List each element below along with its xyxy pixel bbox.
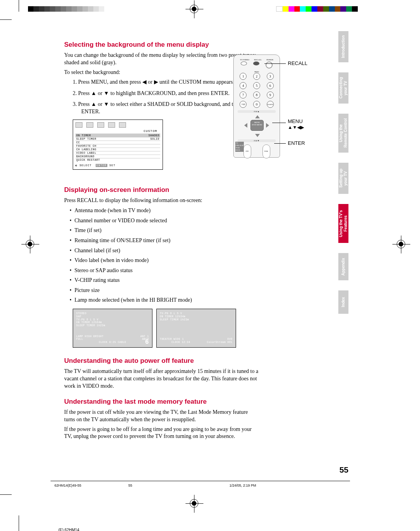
list-item: Lamp mode selected (when in the HI BRIGH… [75,296,259,304]
callout-menu: MENU [288,118,303,124]
registration-mark-icon [190,499,198,508]
channel-number: 6 [145,339,149,346]
list-item: Antenna mode (when in TV mode) [75,207,259,215]
heading-last-mode: Understanding the last mode memory featu… [64,398,259,406]
recall-label: RECALL [254,59,261,61]
arrow-down-icon [255,134,260,137]
list-item: V-CHIP rating status [75,276,259,284]
heading-background: Selecting the background of the menu dis… [64,41,259,49]
list-item: Channel number or VIDEO mode selected [75,217,259,225]
step-3: 3. Press ▲ or ▼ to select either a SHADE… [73,101,259,116]
num-1-button: 1 [240,73,247,80]
chrtn-button: CH RTN [267,101,274,108]
footer-model: (E) 62HM14 [58,528,79,531]
list-item: Time (if set) [75,227,259,234]
num-9-button: 9 [267,91,274,98]
footer-page: 55 [128,484,132,487]
main-content: Selecting the background of the menu dis… [64,41,259,443]
tab-features: Using the TV's Features [338,204,348,243]
heading-recall: Displaying on-screen information [64,186,259,194]
recall-example-figures: STEREO SAP TV-PG D L S V ON TIMER 12h34m… [73,309,259,348]
list-item: Stereo or SAP audio status [75,267,259,274]
body-text: Press RECALL to display the following in… [64,197,259,204]
crop-mark-icon [19,515,19,531]
num-8-button: 8 [253,91,260,98]
body-text: You can change the background of the men… [64,52,259,67]
crop-mark-icon [0,494,12,495]
remote-control-figure: TV/VIDEO RECALL POWER INFO 1 2 3 4 5 6 7… [233,55,342,171]
recall-bullet-list: Antenna mode (when in TV mode) Channel n… [64,207,259,304]
body-text: If the power is going to be off for a lo… [64,426,259,441]
menu-title: CUSTOM [75,128,160,134]
osd-menu-figure: CUSTOM ON TIMERSHADED SLEEP TIMERSOLID C… [73,120,163,170]
color-registration-bar-right [276,6,358,12]
callout-line [272,123,286,123]
page-number: 55 [340,465,348,475]
tvvideo-label: TV/VIDEO [240,59,249,61]
crop-mark-icon [19,0,19,12]
footer-filename: 62HM14(E)49-55 [54,484,81,487]
callout-line [274,143,286,144]
num-2-button: 2 [253,73,260,80]
list-item: Video label (when in video mode) [75,257,259,264]
num-0-button: 0 [253,101,260,108]
plus10-button: +10 [240,101,247,108]
list-item: Remaining time of ON/SLEEP timer (if set… [75,237,259,244]
heading-auto-power-off: Understanding the auto power off feature [64,357,259,365]
registration-mark-icon [26,240,34,248]
menu-enter-button: MENU DVD MENU [250,120,264,131]
tvvideo-button [241,62,247,65]
tab-appendix: Appendix [338,253,348,280]
crop-mark-icon [0,19,12,20]
color-registration-bar-left [28,6,104,12]
power-label: POWER [266,59,273,61]
registration-mark-icon [190,5,198,13]
steps-list: 1. Press MENU, and then press ◀ or ▶ unt… [64,79,259,116]
fav-up-button: FAV▲ [238,110,276,113]
num-4-button: 4 [240,82,247,89]
callout-recall: RECALL [288,60,308,66]
num-6-button: 6 [267,82,274,89]
callout-line [264,63,286,64]
list-item: Channel label (if set) [75,247,259,255]
num-3-button: 3 [267,73,274,80]
vol-rocker-button: VOL [262,144,270,158]
footer-rule [51,481,350,481]
num-7-button: 7 [240,91,247,98]
recall-button [253,62,259,65]
ch-rocker-button: CH [243,144,251,158]
body-text: The TV will automatically turn itself of… [64,368,259,390]
arrow-left-icon [244,123,247,128]
arrow-up-icon [255,115,260,118]
dpad: MENU DVD MENU [241,114,272,138]
number-pad: 1 2 3 4 5 6 7 8 9 +10 0 CH RTN [238,73,276,108]
registration-mark-icon [397,240,405,248]
body-text: To select the background: [64,69,259,76]
power-button [266,62,273,69]
recall-figure-tv-mode: STEREO SAP TV-PG D L S V ON TIMER 12h34m… [73,309,152,348]
callout-enter: ENTER [288,140,305,146]
step-2: 2. Press ▲ or ▼ to highlight BACKGROUND,… [73,90,259,97]
mode-selector-labels: TV CBL/SAT VCR DVD [235,142,244,152]
callout-arrows: ▲▼◀▶ [288,125,304,130]
num-5-button: 5 [253,82,260,89]
body-text: If the power is cut off while you are vi… [64,409,259,424]
tab-index: Index [338,290,348,314]
recall-figure-video-mode: TV-PG D L S V ON TIMER 12h34m SLEEP TIME… [156,309,236,348]
arrow-right-icon [266,123,269,128]
step-1: 1. Press MENU, and then press ◀ or ▶ unt… [73,79,259,86]
list-item: Picture size [75,287,259,294]
footer-date: 1/24/05, 2:19 PM [229,484,256,487]
